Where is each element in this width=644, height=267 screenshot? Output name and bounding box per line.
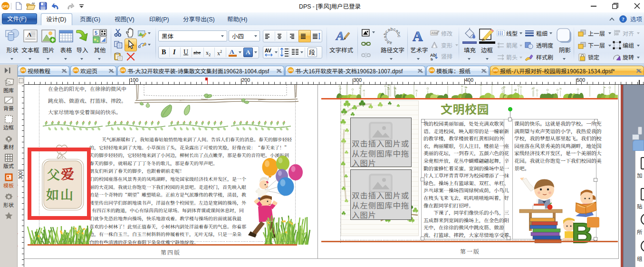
svg-text:A: A — [413, 28, 423, 44]
svg-text:DPS: DPS — [493, 69, 498, 72]
svg-text:5: 5 — [95, 30, 97, 36]
svg-text:A: A — [335, 29, 344, 43]
svg-text:?: ? — [622, 16, 625, 22]
svg-text:DPS: DPS — [20, 69, 26, 72]
svg-text:DPS: DPS — [73, 69, 78, 72]
svg-text:DPS: DPS — [288, 69, 293, 72]
svg-text:abcabcabcabc: abcabcabcabc — [383, 27, 402, 46]
svg-text:DPS: DPS — [120, 69, 125, 72]
svg-text:DPS: DPS — [429, 69, 434, 72]
svg-text:DPS: DPS — [2, 5, 9, 8]
svg-text:AV: AV — [265, 48, 271, 53]
svg-text:b: b — [431, 57, 433, 61]
